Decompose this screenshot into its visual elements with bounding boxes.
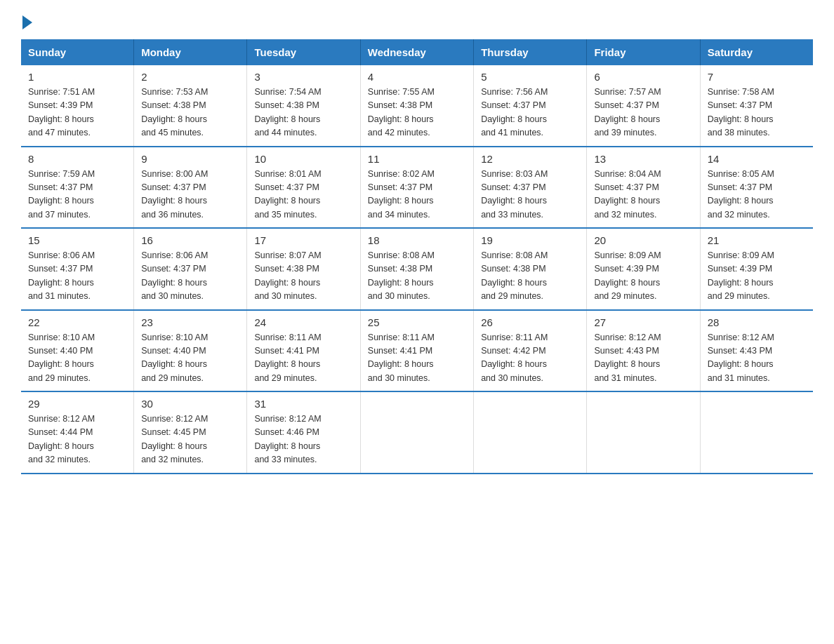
day-info: Sunrise: 8:02 AMSunset: 4:37 PMDaylight:…	[368, 168, 466, 222]
day-number: 22	[28, 316, 126, 328]
calendar-cell: 8 Sunrise: 7:59 AMSunset: 4:37 PMDayligh…	[21, 147, 134, 229]
calendar-cell: 11 Sunrise: 8:02 AMSunset: 4:37 PMDaylig…	[360, 147, 473, 229]
day-number: 4	[368, 71, 466, 83]
calendar-week-row: 8 Sunrise: 7:59 AMSunset: 4:37 PMDayligh…	[21, 147, 813, 229]
day-info: Sunrise: 8:12 AMSunset: 4:43 PMDaylight:…	[708, 331, 806, 386]
logo-arrow-icon	[22, 15, 32, 29]
calendar-cell: 10 Sunrise: 8:01 AMSunset: 4:37 PMDaylig…	[247, 147, 360, 229]
day-info: Sunrise: 8:12 AMSunset: 4:45 PMDaylight:…	[141, 412, 239, 467]
calendar-cell: 4 Sunrise: 7:55 AMSunset: 4:38 PMDayligh…	[360, 65, 473, 147]
calendar-cell	[360, 391, 473, 474]
day-number: 2	[141, 71, 239, 83]
calendar-cell: 17 Sunrise: 8:07 AMSunset: 4:38 PMDaylig…	[247, 228, 360, 310]
calendar-cell: 25 Sunrise: 8:11 AMSunset: 4:41 PMDaylig…	[360, 310, 473, 392]
calendar-cell	[474, 391, 587, 474]
day-number: 12	[481, 153, 579, 165]
calendar-cell: 24 Sunrise: 8:11 AMSunset: 4:41 PMDaylig…	[247, 310, 360, 392]
day-info: Sunrise: 8:06 AMSunset: 4:37 PMDaylight:…	[141, 249, 239, 304]
day-number: 17	[254, 234, 352, 246]
day-info: Sunrise: 8:09 AMSunset: 4:39 PMDaylight:…	[594, 249, 692, 304]
calendar-cell: 31 Sunrise: 8:12 AMSunset: 4:46 PMDaylig…	[247, 391, 360, 474]
day-info: Sunrise: 7:56 AMSunset: 4:37 PMDaylight:…	[481, 86, 579, 140]
day-number: 6	[594, 71, 692, 83]
weekday-header-sunday: Sunday	[21, 39, 134, 65]
calendar-cell: 23 Sunrise: 8:10 AMSunset: 4:40 PMDaylig…	[134, 310, 247, 392]
day-number: 30	[141, 398, 239, 410]
day-number: 10	[254, 153, 352, 165]
day-number: 28	[708, 316, 806, 328]
day-info: Sunrise: 8:09 AMSunset: 4:39 PMDaylight:…	[708, 249, 806, 304]
calendar-cell: 20 Sunrise: 8:09 AMSunset: 4:39 PMDaylig…	[587, 228, 700, 310]
weekday-header-monday: Monday	[134, 39, 247, 65]
day-number: 15	[28, 234, 126, 246]
day-number: 26	[481, 316, 579, 328]
calendar-week-row: 15 Sunrise: 8:06 AMSunset: 4:37 PMDaylig…	[21, 228, 813, 310]
weekday-header-friday: Friday	[587, 39, 700, 65]
day-info: Sunrise: 8:03 AMSunset: 4:37 PMDaylight:…	[481, 168, 579, 222]
calendar-cell: 18 Sunrise: 8:08 AMSunset: 4:38 PMDaylig…	[360, 228, 473, 310]
calendar-cell	[587, 391, 700, 474]
calendar-cell: 28 Sunrise: 8:12 AMSunset: 4:43 PMDaylig…	[700, 310, 813, 392]
day-info: Sunrise: 7:58 AMSunset: 4:37 PMDaylight:…	[708, 86, 806, 140]
day-info: Sunrise: 7:55 AMSunset: 4:38 PMDaylight:…	[368, 86, 466, 140]
day-number: 1	[28, 71, 126, 83]
calendar-cell: 9 Sunrise: 8:00 AMSunset: 4:37 PMDayligh…	[134, 147, 247, 229]
day-info: Sunrise: 8:11 AMSunset: 4:41 PMDaylight:…	[254, 331, 352, 386]
calendar-cell: 2 Sunrise: 7:53 AMSunset: 4:38 PMDayligh…	[134, 65, 247, 147]
day-info: Sunrise: 8:12 AMSunset: 4:46 PMDaylight:…	[254, 412, 352, 467]
calendar-cell: 13 Sunrise: 8:04 AMSunset: 4:37 PMDaylig…	[587, 147, 700, 229]
day-number: 5	[481, 71, 579, 83]
calendar-week-row: 1 Sunrise: 7:51 AMSunset: 4:39 PMDayligh…	[21, 65, 813, 147]
calendar-cell: 15 Sunrise: 8:06 AMSunset: 4:37 PMDaylig…	[21, 228, 134, 310]
day-number: 31	[254, 398, 352, 410]
day-info: Sunrise: 7:51 AMSunset: 4:39 PMDaylight:…	[28, 86, 126, 140]
day-info: Sunrise: 8:12 AMSunset: 4:43 PMDaylight:…	[594, 331, 692, 386]
weekday-header-saturday: Saturday	[700, 39, 813, 65]
day-number: 27	[594, 316, 692, 328]
day-info: Sunrise: 8:11 AMSunset: 4:42 PMDaylight:…	[481, 331, 579, 386]
calendar-cell: 14 Sunrise: 8:05 AMSunset: 4:37 PMDaylig…	[700, 147, 813, 229]
calendar-table: SundayMondayTuesdayWednesdayThursdayFrid…	[21, 39, 813, 474]
weekday-header-wednesday: Wednesday	[360, 39, 473, 65]
day-info: Sunrise: 8:10 AMSunset: 4:40 PMDaylight:…	[141, 331, 239, 386]
day-number: 3	[254, 71, 352, 83]
day-info: Sunrise: 7:54 AMSunset: 4:38 PMDaylight:…	[254, 86, 352, 140]
day-info: Sunrise: 8:08 AMSunset: 4:38 PMDaylight:…	[368, 249, 466, 304]
day-info: Sunrise: 8:11 AMSunset: 4:41 PMDaylight:…	[368, 331, 466, 386]
day-number: 9	[141, 153, 239, 165]
day-number: 20	[594, 234, 692, 246]
day-number: 19	[481, 234, 579, 246]
calendar-cell: 1 Sunrise: 7:51 AMSunset: 4:39 PMDayligh…	[21, 65, 134, 147]
day-info: Sunrise: 7:53 AMSunset: 4:38 PMDaylight:…	[141, 86, 239, 140]
day-info: Sunrise: 8:05 AMSunset: 4:37 PMDaylight:…	[708, 168, 806, 222]
day-number: 25	[368, 316, 466, 328]
day-info: Sunrise: 7:59 AMSunset: 4:37 PMDaylight:…	[28, 168, 126, 222]
weekday-header-row: SundayMondayTuesdayWednesdayThursdayFrid…	[21, 39, 813, 65]
day-info: Sunrise: 8:10 AMSunset: 4:40 PMDaylight:…	[28, 331, 126, 386]
day-info: Sunrise: 8:12 AMSunset: 4:44 PMDaylight:…	[28, 412, 126, 467]
day-number: 23	[141, 316, 239, 328]
calendar-cell: 6 Sunrise: 7:57 AMSunset: 4:37 PMDayligh…	[587, 65, 700, 147]
calendar-cell: 27 Sunrise: 8:12 AMSunset: 4:43 PMDaylig…	[587, 310, 700, 392]
weekday-header-thursday: Thursday	[474, 39, 587, 65]
calendar-cell: 16 Sunrise: 8:06 AMSunset: 4:37 PMDaylig…	[134, 228, 247, 310]
day-number: 16	[141, 234, 239, 246]
calendar-cell: 5 Sunrise: 7:56 AMSunset: 4:37 PMDayligh…	[474, 65, 587, 147]
weekday-header-tuesday: Tuesday	[247, 39, 360, 65]
day-info: Sunrise: 8:08 AMSunset: 4:38 PMDaylight:…	[481, 249, 579, 304]
day-info: Sunrise: 8:00 AMSunset: 4:37 PMDaylight:…	[141, 168, 239, 222]
page-header	[21, 14, 813, 28]
logo	[21, 14, 32, 28]
calendar-cell: 29 Sunrise: 8:12 AMSunset: 4:44 PMDaylig…	[21, 391, 134, 474]
day-number: 21	[708, 234, 806, 246]
calendar-week-row: 22 Sunrise: 8:10 AMSunset: 4:40 PMDaylig…	[21, 310, 813, 392]
day-number: 18	[368, 234, 466, 246]
calendar-cell: 30 Sunrise: 8:12 AMSunset: 4:45 PMDaylig…	[134, 391, 247, 474]
day-info: Sunrise: 8:04 AMSunset: 4:37 PMDaylight:…	[594, 168, 692, 222]
calendar-cell: 12 Sunrise: 8:03 AMSunset: 4:37 PMDaylig…	[474, 147, 587, 229]
day-info: Sunrise: 8:06 AMSunset: 4:37 PMDaylight:…	[28, 249, 126, 304]
day-number: 8	[28, 153, 126, 165]
day-number: 13	[594, 153, 692, 165]
calendar-cell: 26 Sunrise: 8:11 AMSunset: 4:42 PMDaylig…	[474, 310, 587, 392]
day-number: 14	[708, 153, 806, 165]
